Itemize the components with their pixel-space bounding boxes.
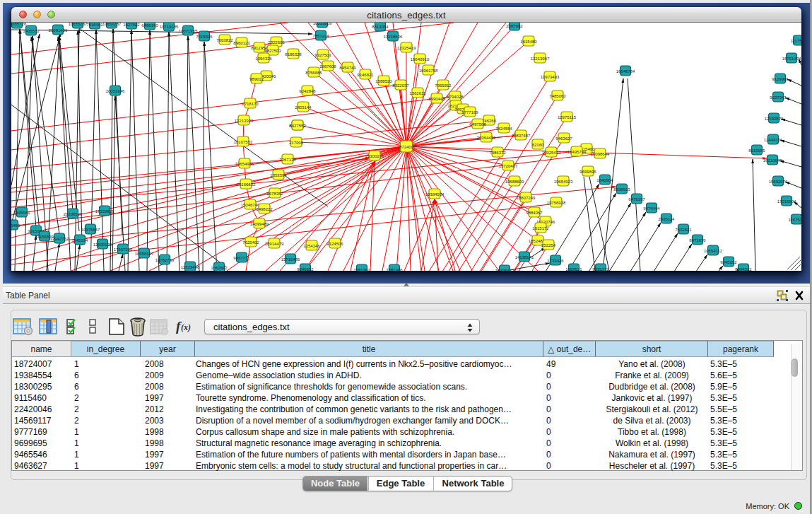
svg-text:10973493: 10973493 — [541, 75, 560, 79]
svg-text:7986372: 7986372 — [489, 151, 506, 155]
svg-text:2935114: 2935114 — [659, 217, 676, 221]
svg-text:62160: 62160 — [532, 143, 544, 147]
svg-text:8678352: 8678352 — [266, 192, 283, 196]
svg-text:8471676: 8471676 — [689, 238, 706, 243]
svg-text:9457771: 9457771 — [233, 256, 250, 260]
svg-text:15720407: 15720407 — [499, 164, 518, 168]
svg-text:10098644: 10098644 — [591, 152, 610, 156]
svg-text:1254246: 1254246 — [303, 244, 320, 248]
svg-text:2645061: 2645061 — [13, 211, 30, 215]
svg-text:17016504: 17016504 — [777, 199, 796, 204]
svg-text:1117534: 1117534 — [791, 39, 801, 43]
svg-text:8322037: 8322037 — [392, 83, 409, 88]
svg-text:6479197: 6479197 — [628, 197, 645, 201]
svg-text:8034512: 8034512 — [735, 267, 752, 271]
svg-text:19756928: 19756928 — [547, 201, 566, 205]
svg-text:7485063: 7485063 — [549, 94, 566, 98]
svg-text:2718170: 2718170 — [242, 102, 259, 106]
svg-text:1083521: 1083521 — [565, 267, 582, 271]
svg-text:8813054: 8813054 — [372, 25, 389, 29]
svg-text:(x): (x) — [181, 322, 191, 332]
svg-text:15716485: 15716485 — [281, 257, 300, 262]
svg-text:9827503: 9827503 — [264, 49, 281, 53]
svg-text:6794028: 6794028 — [447, 95, 464, 99]
svg-text:1640954: 1640954 — [596, 178, 613, 182]
svg-text:10655287: 10655287 — [69, 23, 88, 26]
svg-text:15751074: 15751074 — [782, 57, 801, 61]
svg-text:9635172: 9635172 — [592, 267, 609, 271]
svg-text:9327503: 9327503 — [314, 53, 331, 57]
svg-text:12213967: 12213967 — [531, 57, 550, 61]
svg-text:16648784: 16648784 — [616, 69, 635, 74]
svg-text:2322605: 2322605 — [268, 40, 285, 45]
svg-text:14138141: 14138141 — [515, 255, 534, 259]
svg-text:10671355: 10671355 — [179, 29, 198, 33]
svg-text:16914479: 16914479 — [265, 242, 284, 246]
svg-text:1405572: 1405572 — [23, 29, 40, 33]
svg-text:1362615: 1362615 — [409, 91, 426, 95]
svg-text:16107552: 16107552 — [234, 140, 253, 144]
svg-text:7616461: 7616461 — [86, 23, 103, 27]
svg-text:10025433: 10025433 — [542, 151, 561, 155]
svg-text:12093872: 12093872 — [765, 117, 784, 121]
svg-text:19654985: 19654985 — [235, 162, 254, 166]
svg-text:19218506: 19218506 — [384, 35, 403, 39]
svg-text:19384554: 19384554 — [425, 192, 445, 197]
svg-text:1145194: 1145194 — [72, 238, 89, 243]
svg-text:11156829: 11156829 — [35, 235, 54, 239]
svg-text:9884067: 9884067 — [526, 211, 543, 215]
svg-text:12975115: 12975115 — [558, 115, 577, 119]
svg-text:12444151: 12444151 — [764, 138, 783, 142]
svg-text:10654112: 10654112 — [704, 249, 723, 253]
svg-text:1498222: 1498222 — [256, 207, 273, 211]
svg-text:9699695: 9699695 — [579, 170, 596, 174]
svg-text:16210643: 16210643 — [763, 158, 782, 163]
svg-text:12505135: 12505135 — [93, 243, 112, 247]
svg-text:6497568: 6497568 — [469, 122, 486, 127]
svg-text:6466160: 6466160 — [141, 23, 158, 28]
svg-text:10719185: 10719185 — [160, 25, 179, 29]
svg-text:1615480: 1615480 — [520, 40, 537, 44]
svg-text:19166832: 19166832 — [237, 182, 256, 187]
svg-text:989012: 989012 — [249, 77, 264, 81]
svg-text:3624554: 3624554 — [495, 127, 512, 131]
svg-text:7857224: 7857224 — [312, 34, 329, 38]
svg-text:7581306: 7581306 — [386, 268, 403, 271]
svg-text:7515526: 7515526 — [196, 35, 213, 39]
svg-text:9245652: 9245652 — [720, 260, 737, 264]
svg-text:16405412: 16405412 — [495, 269, 514, 271]
svg-text:9474444: 9474444 — [643, 206, 660, 211]
svg-text:9777169: 9777169 — [461, 110, 478, 115]
svg-text:25300275: 25300275 — [365, 154, 384, 158]
svg-text:1733426: 1733426 — [547, 259, 564, 263]
svg-text:10807487: 10807487 — [512, 134, 531, 138]
svg-text:8186328: 8186328 — [285, 52, 302, 57]
svg-text:9146821: 9146821 — [357, 73, 374, 77]
svg-text:8756685: 8756685 — [305, 71, 322, 75]
svg-text:10975867: 10975867 — [81, 228, 100, 232]
svg-text:9227343: 9227343 — [770, 95, 787, 100]
svg-text:20053346: 20053346 — [106, 89, 125, 93]
svg-text:12325419: 12325419 — [397, 46, 416, 50]
svg-text:7955812: 7955812 — [435, 83, 452, 88]
svg-text:10033809: 10033809 — [313, 23, 332, 25]
svg-text:16961758: 16961758 — [419, 69, 438, 73]
svg-text:20206526: 20206526 — [64, 212, 83, 216]
svg-text:14099489: 14099489 — [250, 222, 269, 226]
svg-text:9242848: 9242848 — [299, 89, 316, 93]
svg-text:7581362: 7581362 — [353, 268, 370, 271]
svg-text:18724007: 18724007 — [397, 145, 416, 149]
svg-text:8215955: 8215955 — [748, 148, 765, 153]
svg-text:9245652: 9245652 — [297, 267, 314, 271]
svg-text:9463627: 9463627 — [555, 136, 572, 141]
svg-text:15692971: 15692971 — [769, 180, 788, 184]
svg-text:915460: 915460 — [11, 223, 20, 228]
svg-text:2867608: 2867608 — [319, 64, 336, 69]
svg-text:19654923: 19654923 — [554, 180, 573, 184]
svg-text:1062842: 1062842 — [211, 266, 228, 270]
svg-text:7625402: 7625402 — [242, 240, 259, 245]
svg-text:2803144: 2803144 — [295, 105, 312, 110]
svg-text:8938923: 8938923 — [613, 187, 630, 192]
svg-text:12213309: 12213309 — [235, 119, 254, 123]
svg-text:12823448: 12823448 — [181, 265, 200, 269]
